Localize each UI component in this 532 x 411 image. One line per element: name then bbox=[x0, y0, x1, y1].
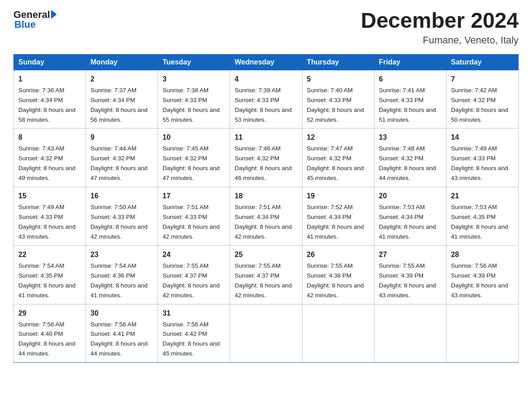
calendar-day-cell: 2Sunrise: 7:37 AMSunset: 4:34 PMDaylight… bbox=[86, 70, 158, 128]
day-number: 18 bbox=[235, 191, 297, 201]
day-info: Sunrise: 7:53 AMSunset: 4:35 PMDaylight:… bbox=[451, 204, 508, 240]
calendar-day-cell: 31Sunrise: 7:56 AMSunset: 4:42 PMDayligh… bbox=[158, 304, 230, 363]
calendar-table: SundayMondayTuesdayWednesdayThursdayFrid… bbox=[13, 54, 519, 363]
day-number: 4 bbox=[235, 74, 297, 85]
calendar-day-cell: 15Sunrise: 7:49 AMSunset: 4:33 PMDayligh… bbox=[14, 187, 86, 246]
calendar-day-cell: 12Sunrise: 7:47 AMSunset: 4:32 PMDayligh… bbox=[302, 128, 374, 187]
day-number: 10 bbox=[163, 132, 225, 143]
calendar-week-row: 1Sunrise: 7:36 AMSunset: 4:34 PMDaylight… bbox=[14, 70, 519, 128]
calendar-week-row: 15Sunrise: 7:49 AMSunset: 4:33 PMDayligh… bbox=[14, 187, 519, 246]
calendar-day-cell: 8Sunrise: 7:43 AMSunset: 4:32 PMDaylight… bbox=[14, 128, 86, 187]
day-number: 1 bbox=[18, 74, 81, 85]
day-info: Sunrise: 7:55 AMSunset: 4:38 PMDaylight:… bbox=[307, 262, 364, 299]
day-info: Sunrise: 7:56 AMSunset: 4:41 PMDaylight:… bbox=[90, 321, 148, 357]
day-number: 14 bbox=[451, 132, 514, 143]
day-number: 17 bbox=[163, 191, 225, 201]
calendar-day-cell bbox=[302, 304, 374, 363]
day-info: Sunrise: 7:53 AMSunset: 4:34 PMDaylight:… bbox=[379, 204, 436, 240]
logo: General Blue bbox=[13, 9, 57, 30]
location: Fumane, Veneto, Italy bbox=[361, 34, 519, 46]
day-info: Sunrise: 7:45 AMSunset: 4:32 PMDaylight:… bbox=[163, 145, 220, 181]
calendar-day-cell: 24Sunrise: 7:55 AMSunset: 4:37 PMDayligh… bbox=[158, 245, 230, 304]
day-info: Sunrise: 7:56 AMSunset: 4:40 PMDaylight:… bbox=[18, 321, 76, 357]
calendar-week-row: 29Sunrise: 7:56 AMSunset: 4:40 PMDayligh… bbox=[14, 304, 519, 363]
day-number: 5 bbox=[307, 74, 369, 85]
calendar-day-cell: 7Sunrise: 7:42 AMSunset: 4:32 PMDaylight… bbox=[446, 70, 519, 128]
logo-flag-icon bbox=[51, 10, 57, 19]
day-info: Sunrise: 7:51 AMSunset: 4:33 PMDaylight:… bbox=[163, 204, 220, 240]
day-number: 27 bbox=[379, 249, 442, 260]
day-info: Sunrise: 7:41 AMSunset: 4:33 PMDaylight:… bbox=[379, 87, 436, 123]
day-info: Sunrise: 7:54 AMSunset: 4:35 PMDaylight:… bbox=[18, 262, 76, 299]
calendar-day-cell: 9Sunrise: 7:44 AMSunset: 4:32 PMDaylight… bbox=[86, 128, 158, 187]
day-info: Sunrise: 7:50 AMSunset: 4:33 PMDaylight:… bbox=[90, 204, 148, 240]
month-title: December 2024 bbox=[361, 9, 519, 33]
calendar-day-cell: 3Sunrise: 7:38 AMSunset: 4:33 PMDaylight… bbox=[158, 70, 230, 128]
calendar-day-cell bbox=[374, 304, 446, 363]
day-info: Sunrise: 7:49 AMSunset: 4:33 PMDaylight:… bbox=[18, 204, 76, 240]
calendar-day-cell: 23Sunrise: 7:54 AMSunset: 4:36 PMDayligh… bbox=[86, 245, 158, 304]
day-number: 22 bbox=[18, 249, 81, 260]
day-info: Sunrise: 7:55 AMSunset: 4:37 PMDaylight:… bbox=[163, 262, 220, 299]
calendar-day-cell: 14Sunrise: 7:49 AMSunset: 4:33 PMDayligh… bbox=[446, 128, 519, 187]
weekday-header-cell: Sunday bbox=[14, 54, 86, 70]
day-info: Sunrise: 7:42 AMSunset: 4:32 PMDaylight:… bbox=[451, 87, 508, 123]
day-number: 13 bbox=[379, 132, 442, 143]
day-number: 7 bbox=[451, 74, 514, 85]
weekday-header-cell: Tuesday bbox=[158, 54, 230, 70]
calendar-day-cell: 13Sunrise: 7:48 AMSunset: 4:32 PMDayligh… bbox=[374, 128, 446, 187]
day-info: Sunrise: 7:37 AMSunset: 4:34 PMDaylight:… bbox=[90, 87, 148, 123]
day-info: Sunrise: 7:55 AMSunset: 4:37 PMDaylight:… bbox=[235, 262, 292, 299]
calendar-day-cell: 21Sunrise: 7:53 AMSunset: 4:35 PMDayligh… bbox=[446, 187, 519, 246]
calendar-day-cell: 18Sunrise: 7:51 AMSunset: 4:34 PMDayligh… bbox=[230, 187, 302, 246]
day-info: Sunrise: 7:56 AMSunset: 4:39 PMDaylight:… bbox=[451, 262, 508, 299]
day-info: Sunrise: 7:52 AMSunset: 4:34 PMDaylight:… bbox=[307, 204, 364, 240]
day-info: Sunrise: 7:54 AMSunset: 4:36 PMDaylight:… bbox=[90, 262, 148, 299]
weekday-header-cell: Monday bbox=[86, 54, 158, 70]
calendar-day-cell: 11Sunrise: 7:46 AMSunset: 4:32 PMDayligh… bbox=[230, 128, 302, 187]
calendar-day-cell: 17Sunrise: 7:51 AMSunset: 4:33 PMDayligh… bbox=[158, 187, 230, 246]
day-number: 29 bbox=[18, 308, 81, 319]
day-info: Sunrise: 7:36 AMSunset: 4:34 PMDaylight:… bbox=[18, 87, 76, 123]
title-block: December 2024 Fumane, Veneto, Italy bbox=[361, 9, 519, 46]
day-info: Sunrise: 7:56 AMSunset: 4:42 PMDaylight:… bbox=[163, 321, 220, 357]
calendar-day-cell: 4Sunrise: 7:39 AMSunset: 4:33 PMDaylight… bbox=[230, 70, 302, 128]
day-number: 19 bbox=[307, 191, 369, 201]
day-number: 26 bbox=[307, 249, 369, 260]
calendar-day-cell: 22Sunrise: 7:54 AMSunset: 4:35 PMDayligh… bbox=[14, 245, 86, 304]
day-info: Sunrise: 7:47 AMSunset: 4:32 PMDaylight:… bbox=[307, 145, 364, 181]
day-number: 16 bbox=[90, 191, 153, 201]
day-info: Sunrise: 7:46 AMSunset: 4:32 PMDaylight:… bbox=[235, 145, 292, 181]
calendar-day-cell: 26Sunrise: 7:55 AMSunset: 4:38 PMDayligh… bbox=[302, 245, 374, 304]
day-number: 15 bbox=[18, 191, 81, 201]
calendar-day-cell: 28Sunrise: 7:56 AMSunset: 4:39 PMDayligh… bbox=[446, 245, 519, 304]
weekday-header-row: SundayMondayTuesdayWednesdayThursdayFrid… bbox=[14, 54, 519, 70]
day-info: Sunrise: 7:43 AMSunset: 4:32 PMDaylight:… bbox=[18, 145, 76, 181]
calendar-day-cell bbox=[446, 304, 519, 363]
day-info: Sunrise: 7:39 AMSunset: 4:33 PMDaylight:… bbox=[235, 87, 292, 123]
day-number: 20 bbox=[379, 191, 442, 201]
day-number: 28 bbox=[451, 249, 514, 260]
day-info: Sunrise: 7:48 AMSunset: 4:32 PMDaylight:… bbox=[379, 145, 436, 181]
calendar-week-row: 22Sunrise: 7:54 AMSunset: 4:35 PMDayligh… bbox=[14, 245, 519, 304]
day-number: 25 bbox=[235, 249, 297, 260]
day-info: Sunrise: 7:38 AMSunset: 4:33 PMDaylight:… bbox=[163, 87, 220, 123]
day-number: 2 bbox=[90, 74, 153, 85]
calendar-day-cell: 5Sunrise: 7:40 AMSunset: 4:33 PMDaylight… bbox=[302, 70, 374, 128]
day-number: 11 bbox=[235, 132, 297, 143]
day-number: 24 bbox=[163, 249, 225, 260]
day-info: Sunrise: 7:51 AMSunset: 4:34 PMDaylight:… bbox=[235, 204, 292, 240]
calendar-day-cell: 10Sunrise: 7:45 AMSunset: 4:32 PMDayligh… bbox=[158, 128, 230, 187]
day-number: 3 bbox=[163, 74, 225, 85]
logo-blue-text: Blue bbox=[14, 19, 36, 30]
weekday-header-cell: Thursday bbox=[302, 54, 374, 70]
calendar-day-cell: 1Sunrise: 7:36 AMSunset: 4:34 PMDaylight… bbox=[14, 70, 86, 128]
day-number: 8 bbox=[18, 132, 81, 143]
day-info: Sunrise: 7:40 AMSunset: 4:33 PMDaylight:… bbox=[307, 87, 364, 123]
calendar-body: 1Sunrise: 7:36 AMSunset: 4:34 PMDaylight… bbox=[14, 70, 519, 362]
calendar-day-cell: 20Sunrise: 7:53 AMSunset: 4:34 PMDayligh… bbox=[374, 187, 446, 246]
day-info: Sunrise: 7:44 AMSunset: 4:32 PMDaylight:… bbox=[90, 145, 148, 181]
day-info: Sunrise: 7:55 AMSunset: 4:39 PMDaylight:… bbox=[379, 262, 436, 299]
calendar-day-cell: 19Sunrise: 7:52 AMSunset: 4:34 PMDayligh… bbox=[302, 187, 374, 246]
calendar-day-cell: 16Sunrise: 7:50 AMSunset: 4:33 PMDayligh… bbox=[86, 187, 158, 246]
